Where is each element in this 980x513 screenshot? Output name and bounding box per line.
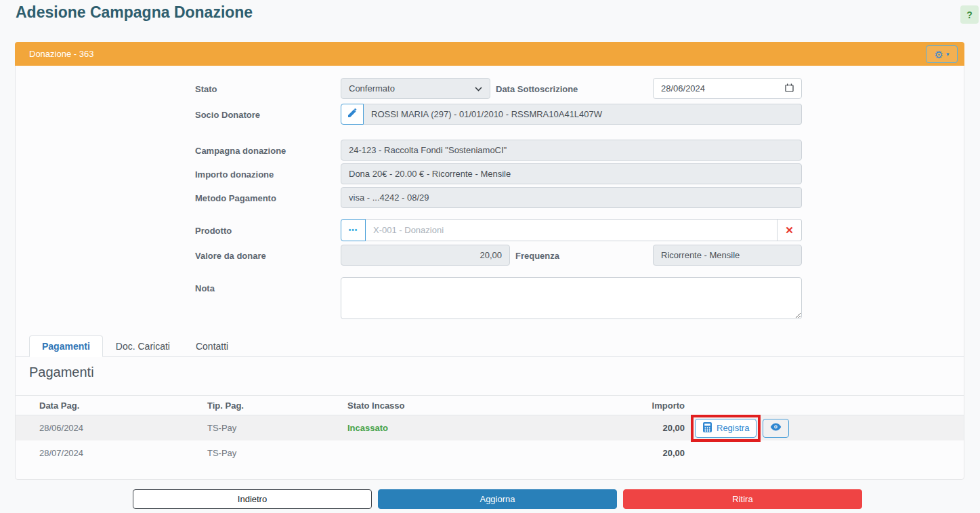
table-row: 28/06/2024 TS-Pay Incassato 20,00 Regist… bbox=[16, 415, 964, 440]
tab-pagamenti[interactable]: Pagamenti bbox=[29, 335, 103, 357]
ritira-button[interactable]: Ritira bbox=[623, 489, 862, 509]
prodotto-value: X-001 - Donazioni bbox=[373, 225, 444, 235]
payments-heading: Pagamenti bbox=[29, 365, 94, 380]
cell-stato-incasso: Incassato bbox=[347, 423, 618, 433]
tab-bar: Pagamenti Doc. Caricati Contatti bbox=[16, 335, 964, 357]
registra-highlight-box: Registra bbox=[691, 415, 761, 442]
prodotto-label: Prodotto bbox=[195, 226, 232, 236]
prodotto-clear-button[interactable]: ✕ bbox=[777, 219, 802, 241]
donation-card: Donazione - 363 ⚙ ▾ Stato Confermato Dat… bbox=[15, 42, 964, 480]
ellipsis-icon: ••• bbox=[349, 226, 358, 234]
data-sottoscrizione-value: 28/06/2024 bbox=[661, 83, 705, 94]
cell-data-pag: 28/07/2024 bbox=[16, 448, 207, 458]
campagna-donazione-value: 24-123 - Raccolta Fondi "SosteniamoCI" bbox=[349, 145, 507, 155]
cell-tip-pag: TS-Pay bbox=[207, 448, 347, 458]
metodo-pagamento-label: Metodo Pagamento bbox=[195, 193, 276, 203]
cell-tip-pag: TS-Pay bbox=[207, 423, 347, 433]
valore-da-donare-label: Valore da donare bbox=[195, 251, 266, 261]
gear-icon: ⚙ bbox=[935, 49, 943, 60]
campagna-donazione-field: 24-123 - Raccolta Fondi "SosteniamoCI" bbox=[341, 140, 802, 161]
valore-da-donare-value: 20,00 bbox=[480, 250, 502, 260]
edit-pencil-icon bbox=[347, 108, 357, 120]
page-title: Adesione Campagna Donazione bbox=[16, 3, 253, 22]
table-row: 28/07/2024 TS-Pay 20,00 bbox=[16, 440, 964, 466]
stato-select[interactable]: Confermato bbox=[341, 78, 490, 99]
calendar-icon[interactable] bbox=[785, 83, 794, 94]
metodo-pagamento-field: visa - ...4242 - 08/29 bbox=[341, 187, 802, 208]
nota-label: Nota bbox=[195, 283, 215, 293]
col-importo: Importo bbox=[618, 401, 685, 411]
col-tip-pag: Tip. Pag. bbox=[207, 401, 347, 411]
edit-socio-button[interactable] bbox=[341, 104, 364, 125]
registra-button-label: Registra bbox=[717, 423, 749, 433]
prodotto-input[interactable]: X-001 - Donazioni bbox=[366, 219, 777, 241]
card-header-title: Donazione - 363 bbox=[29, 49, 93, 59]
metodo-pagamento-value: visa - ...4242 - 08/29 bbox=[349, 192, 429, 203]
cell-data-pag: 28/06/2024 bbox=[16, 423, 207, 433]
prodotto-picker-button[interactable]: ••• bbox=[341, 219, 366, 241]
registra-button[interactable]: Registra bbox=[695, 419, 757, 438]
tab-doc-caricati[interactable]: Doc. Caricati bbox=[103, 335, 183, 357]
stato-select-value: Confermato bbox=[349, 83, 395, 94]
cell-importo: 20,00 bbox=[618, 448, 685, 458]
importo-donazione-value: Dona 20€ - 20.00 € - Ricorrente - Mensil… bbox=[349, 169, 511, 179]
eye-icon bbox=[770, 423, 782, 433]
socio-donatore-field: ROSSI MARIA (297) - 01/01/2010 - RSSMRA1… bbox=[364, 104, 802, 125]
col-stato-incasso: Stato Incasso bbox=[347, 401, 618, 411]
nota-textarea[interactable] bbox=[341, 277, 802, 319]
calculator-icon bbox=[702, 422, 712, 434]
clear-x-icon: ✕ bbox=[785, 224, 794, 236]
indietro-button[interactable]: Indietro bbox=[133, 489, 372, 509]
frequenza-value: Ricorrente - Mensile bbox=[661, 250, 740, 260]
tab-contatti[interactable]: Contatti bbox=[183, 335, 241, 357]
view-payment-button[interactable] bbox=[763, 419, 789, 438]
socio-donatore-value: ROSSI MARIA (297) - 01/01/2010 - RSSMRA1… bbox=[371, 109, 602, 119]
card-header: Donazione - 363 ⚙ ▾ bbox=[15, 42, 964, 66]
data-sottoscrizione-input[interactable]: 28/06/2024 bbox=[653, 78, 802, 99]
data-sottoscrizione-label: Data Sottoscrizione bbox=[496, 84, 578, 94]
cell-importo: 20,00 bbox=[618, 423, 685, 433]
select-caret-icon bbox=[475, 83, 482, 94]
frequenza-label: Frequenza bbox=[515, 251, 559, 261]
payments-table: Data Pag. Tip. Pag. Stato Incasso Import… bbox=[16, 395, 964, 466]
campagna-donazione-label: Campagna donazione bbox=[195, 146, 286, 156]
page: Adesione Campagna Donazione ? Donazione … bbox=[0, 0, 980, 513]
help-button[interactable]: ? bbox=[960, 5, 979, 24]
aggiorna-button[interactable]: Aggiorna bbox=[378, 489, 617, 509]
settings-dropdown-button[interactable]: ⚙ ▾ bbox=[926, 45, 958, 63]
importo-donazione-field: Dona 20€ - 20.00 € - Ricorrente - Mensil… bbox=[341, 163, 802, 184]
col-data-pag: Data Pag. bbox=[16, 401, 207, 411]
chevron-down-icon: ▾ bbox=[946, 52, 950, 58]
importo-donazione-label: Importo donazione bbox=[195, 169, 274, 180]
frequenza-field: Ricorrente - Mensile bbox=[653, 245, 802, 266]
table-header-row: Data Pag. Tip. Pag. Stato Incasso Import… bbox=[16, 395, 964, 415]
socio-donatore-label: Socio Donatore bbox=[195, 110, 260, 120]
valore-da-donare-field: 20,00 bbox=[341, 245, 510, 266]
stato-label: Stato bbox=[195, 84, 217, 94]
